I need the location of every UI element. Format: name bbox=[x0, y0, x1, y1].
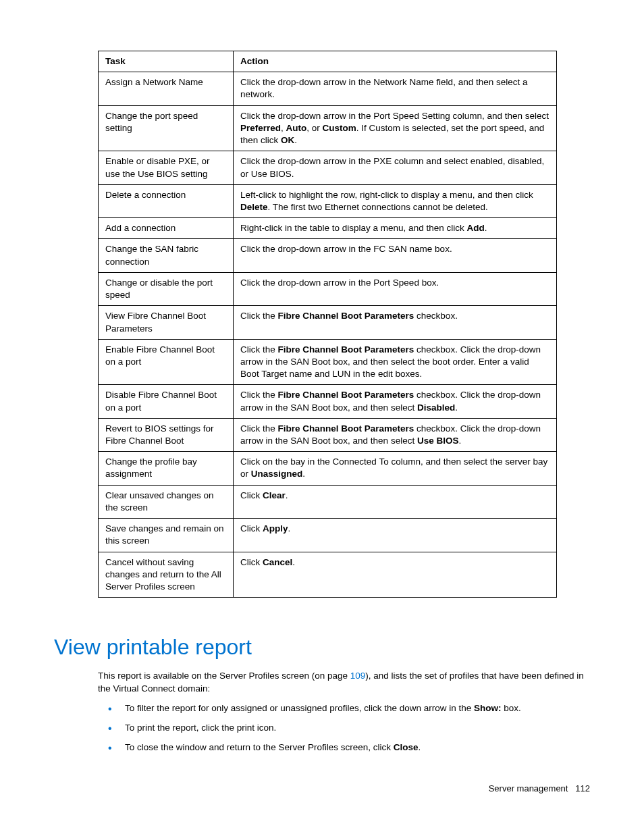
table-row: Change or disable the port speedClick th… bbox=[99, 272, 557, 305]
list-item: To print the report, click the print ico… bbox=[98, 722, 590, 735]
table-row: Enable Fibre Channel Boot on a portClick… bbox=[99, 339, 557, 385]
table-row: Add a connectionRight-click in the table… bbox=[99, 218, 557, 239]
task-cell: Change the SAN fabric connection bbox=[99, 239, 234, 272]
table-row: Clear unsaved changes on the screenClick… bbox=[99, 485, 557, 518]
action-cell: Click Clear. bbox=[234, 485, 557, 518]
task-cell: Delete a connection bbox=[99, 184, 234, 217]
bullet-list: To filter the report for only assigned o… bbox=[98, 702, 590, 754]
page-link[interactable]: 109 bbox=[350, 671, 366, 681]
intro-pre: This report is available on the Server P… bbox=[98, 671, 350, 681]
task-cell: Revert to BIOS settings for Fibre Channe… bbox=[99, 418, 234, 451]
header-task: Task bbox=[99, 51, 234, 72]
page-footer: Server management 112 bbox=[489, 783, 590, 793]
table-row: Change the profile bay assignmentClick o… bbox=[99, 452, 557, 485]
footer-page: 112 bbox=[575, 783, 590, 793]
footer-section: Server management bbox=[489, 783, 568, 793]
action-cell: Click the drop-down arrow in the Port Sp… bbox=[234, 272, 557, 305]
task-cell: Enable Fibre Channel Boot on a port bbox=[99, 339, 234, 385]
task-cell: Save changes and remain on this screen bbox=[99, 519, 234, 552]
task-cell: Enable or disable PXE, or use the Use BI… bbox=[99, 151, 234, 184]
list-item: To filter the report for only assigned o… bbox=[98, 702, 590, 715]
table-row: Revert to BIOS settings for Fibre Channe… bbox=[99, 418, 557, 451]
action-cell: Click the drop-down arrow in the Port Sp… bbox=[234, 105, 557, 151]
section-intro: This report is available on the Server P… bbox=[98, 670, 590, 696]
task-cell: Add a connection bbox=[99, 218, 234, 239]
table-row: View Fibre Channel Boot ParametersClick … bbox=[99, 306, 557, 339]
action-cell: Click the drop-down arrow in the FC SAN … bbox=[234, 239, 557, 272]
section-heading: View printable report bbox=[54, 635, 590, 660]
action-cell: Left-click to highlight the row, right-c… bbox=[234, 184, 557, 217]
action-cell: Click the drop-down arrow in the Network… bbox=[234, 72, 557, 105]
task-cell: Change or disable the port speed bbox=[99, 272, 234, 305]
task-action-table: Task Action Assign a Network NameClick t… bbox=[98, 51, 557, 598]
table-row: Cancel without saving changes and return… bbox=[99, 552, 557, 598]
action-cell: Click the Fibre Channel Boot Parameters … bbox=[234, 306, 557, 339]
table-row: Delete a connectionLeft-click to highlig… bbox=[99, 184, 557, 217]
task-cell: Clear unsaved changes on the screen bbox=[99, 485, 234, 518]
task-cell: Disable Fibre Channel Boot on a port bbox=[99, 385, 234, 418]
action-cell: Click the Fibre Channel Boot Parameters … bbox=[234, 385, 557, 418]
table-row: Change the port speed settingClick the d… bbox=[99, 105, 557, 151]
action-cell: Click on the bay in the Connected To col… bbox=[234, 452, 557, 485]
table-row: Enable or disable PXE, or use the Use BI… bbox=[99, 151, 557, 184]
action-cell: Click the Fibre Channel Boot Parameters … bbox=[234, 339, 557, 385]
action-cell: Click Apply. bbox=[234, 519, 557, 552]
action-cell: Click the drop-down arrow in the PXE col… bbox=[234, 151, 557, 184]
task-cell: Cancel without saving changes and return… bbox=[99, 552, 234, 598]
task-cell: View Fibre Channel Boot Parameters bbox=[99, 306, 234, 339]
task-cell: Assign a Network Name bbox=[99, 72, 234, 105]
task-cell: Change the port speed setting bbox=[99, 105, 234, 151]
table-row: Assign a Network NameClick the drop-down… bbox=[99, 72, 557, 105]
list-item: To close the window and return to the Se… bbox=[98, 741, 590, 754]
action-cell: Click Cancel. bbox=[234, 552, 557, 598]
table-row: Change the SAN fabric connectionClick th… bbox=[99, 239, 557, 272]
header-action: Action bbox=[234, 51, 557, 72]
task-cell: Change the profile bay assignment bbox=[99, 452, 234, 485]
table-row: Disable Fibre Channel Boot on a portClic… bbox=[99, 385, 557, 418]
action-cell: Click the Fibre Channel Boot Parameters … bbox=[234, 418, 557, 451]
table-row: Save changes and remain on this screenCl… bbox=[99, 519, 557, 552]
action-cell: Right-click in the table to display a me… bbox=[234, 218, 557, 239]
